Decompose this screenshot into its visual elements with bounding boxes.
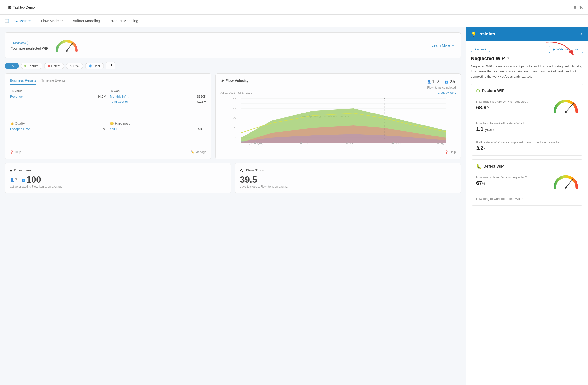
defect-neglected-gauge (554, 173, 578, 189)
flow-velocity-subtitle: Flow Items completed (427, 86, 456, 89)
thumbs-up-icon: 👍 (10, 122, 14, 125)
top-bar: ⊞ Tasktop Demo ▼ ⊞ To (0, 0, 588, 15)
filter-risk[interactable]: ⚠ Risk (66, 63, 83, 69)
app-selector[interactable]: ⊞ Tasktop Demo ▼ (5, 4, 42, 11)
svg-line-32 (566, 180, 573, 188)
defect-neglected-row: How much defect WIP is neglected? 67% (476, 173, 578, 193)
filter-debt-label: Debt (93, 64, 100, 68)
tab-flow-modeler-label: Flow Modeler (41, 19, 63, 23)
tab-flow-modeler[interactable]: Flow Modeler (41, 15, 63, 27)
total-cost-row: Total Cost of... $1.5M (110, 100, 206, 103)
monthly-infr-link[interactable]: Monthly Infr... (110, 95, 129, 98)
filter-all[interactable]: All (5, 63, 19, 69)
debt-icon: 🔷 (89, 64, 92, 68)
defect-neglected-q1: How much defect WIP is neglected? (476, 175, 527, 179)
feature-workoff-q2: How long to work off feature WIP? (476, 121, 524, 125)
dot-feature-icon (24, 65, 26, 67)
diagnostic-badge: Diagnostic (11, 41, 28, 45)
escaped-defect-row: Escaped Defe... 30% (10, 127, 106, 131)
enps-row: eNPS 53.00 (110, 127, 206, 131)
smiley-icon: 😊 (110, 122, 114, 125)
tab-flow-metrics[interactable]: 📊 Flow Metrics (5, 15, 31, 27)
quality-label: Quality (15, 122, 25, 125)
svg-point-31 (565, 111, 567, 113)
monthly-infr-row: Monthly Infr... $120K (110, 95, 206, 98)
manage-button[interactable]: ✏️ Manage (191, 148, 206, 154)
stack-icon: ≡ (10, 169, 12, 173)
flow-load-card: ≡ Flow Load 👤 7 👥 100 active or waiting … (5, 163, 231, 193)
tab-business-results[interactable]: Business Results (10, 79, 36, 85)
enps-value: 53.00 (198, 127, 206, 131)
main-content: Diagnostic You have neglected WIP (0, 27, 588, 385)
help-circle-icon: ❓ (10, 150, 14, 154)
insights-header: 💡 Insights × (466, 27, 588, 41)
feature-flowtime-left: If all feature WIP were completed, Flow … (476, 140, 560, 151)
revenue-row: Revenue $4.2M (10, 95, 106, 98)
chart-stats: 👤 1.7 👥 25 (427, 79, 456, 85)
insights-panel: 💡 Insights × Diagnostic ▶ Watch a Tutori… (466, 27, 588, 385)
svg-text:4: 4 (233, 127, 236, 129)
feature-neglected-gauge (554, 97, 578, 113)
enps-link[interactable]: eNPS (110, 127, 118, 131)
card-tabs: Business Results Timeline Events (10, 79, 206, 85)
dashboard-panel: Diagnostic You have neglected WIP (0, 27, 466, 385)
flow-time-subtitle: days to close a Flow Item, on avera... (240, 185, 456, 188)
filter-debt[interactable]: 🔷 Debt (85, 63, 104, 69)
escaped-defect-value: 30% (100, 127, 106, 131)
group-by[interactable]: Group by We... (438, 91, 456, 94)
defect-neglected-left: How much defect WIP is neglected? 67% (476, 175, 527, 186)
escaped-defect-link[interactable]: Escaped Defe... (10, 127, 33, 131)
feature-wip-title: ⬡ Feature WIP (476, 88, 578, 93)
tab-product-modeling[interactable]: Product Modeling (110, 15, 138, 27)
business-help-button[interactable]: ❓ Help (10, 148, 21, 154)
business-results-card: Business Results Timeline Events +$ Valu… (5, 73, 211, 159)
stat1-value: 1.7 (432, 79, 440, 85)
feature-neglected-left: How much feature WIP is neglected? 68.9% (476, 100, 528, 111)
feature-flowtime-value: 3.2x (476, 145, 560, 151)
feature-neglected-q1: How much feature WIP is neglected? (476, 100, 528, 103)
table-icon: ⊞ (574, 5, 577, 9)
value-section: +$ Value Revenue $4.2M (10, 89, 106, 118)
svg-point-1 (66, 50, 68, 52)
diagnostic-gauge (56, 37, 78, 53)
close-button[interactable]: × (578, 31, 583, 37)
svg-text:Aug: Aug (436, 142, 444, 145)
total-cost-link[interactable]: Total Cost of... (110, 100, 130, 103)
velocity-help-button[interactable]: ❓ Help (445, 148, 456, 154)
filter-all-label: All (12, 64, 15, 68)
feature-neglected-row: How much feature WIP is neglected? 68.9% (476, 97, 578, 117)
group-icon: 👥 (444, 80, 448, 84)
filter-options-button[interactable]: ⛉ (106, 62, 115, 69)
defect-workoff-q2: How long to work off defect WIP? (476, 197, 523, 201)
filter-defect[interactable]: Defect (44, 63, 64, 69)
diagnostic-text: You have neglected WIP (11, 46, 48, 50)
svg-point-33 (565, 187, 567, 189)
stat2-value: 25 (449, 79, 455, 85)
tab-artifact-modeling-label: Artifact Modeling (73, 19, 100, 23)
tab-timeline-events[interactable]: Timeline Events (41, 79, 65, 85)
insights-badge: Diagnostic (471, 47, 490, 52)
defect-icon: 🐛 (476, 164, 482, 169)
feature-workoff-row: How long to work off feature WIP? 1.1 ye… (476, 121, 578, 136)
tab-artifact-modeling[interactable]: Artifact Modeling (73, 15, 100, 27)
filter-feature-label: Feature (28, 64, 39, 68)
quality-section: 👍 Quality Escaped Defe... 30% (10, 122, 106, 145)
feature-icon: ⬡ (476, 88, 480, 93)
svg-text:2: 2 (233, 136, 236, 139)
total-cost-value: $1.5M (197, 100, 206, 103)
watch-tutorial-button[interactable]: ▶ Watch a Tutorial (549, 46, 583, 53)
revenue-link[interactable]: Revenue (10, 95, 23, 98)
learn-more-button[interactable]: Learn More → (431, 43, 455, 47)
neglected-wip-help-icon[interactable]: ? (507, 57, 509, 61)
stat1: 👤 1.7 (427, 79, 440, 85)
flow-time-title: Flow Time (246, 168, 264, 172)
flow-load-stat1: 7 (15, 178, 17, 182)
feature-workoff-value: 1.1 years (476, 126, 524, 132)
defect-neglected-value: 67% (476, 180, 527, 186)
watch-tutorial-label: Watch a Tutorial (557, 47, 579, 51)
flow-load-subtitle: active or waiting Flow Items, on average (10, 185, 226, 188)
insights-body: Diagnostic ▶ Watch a Tutorial Neglected … (466, 41, 588, 385)
cost-section: -$ Cost Monthly Infr... $120K Total Cost… (110, 89, 206, 118)
flow-load-title: Flow Load (14, 168, 32, 172)
filter-feature[interactable]: Feature (21, 63, 42, 69)
